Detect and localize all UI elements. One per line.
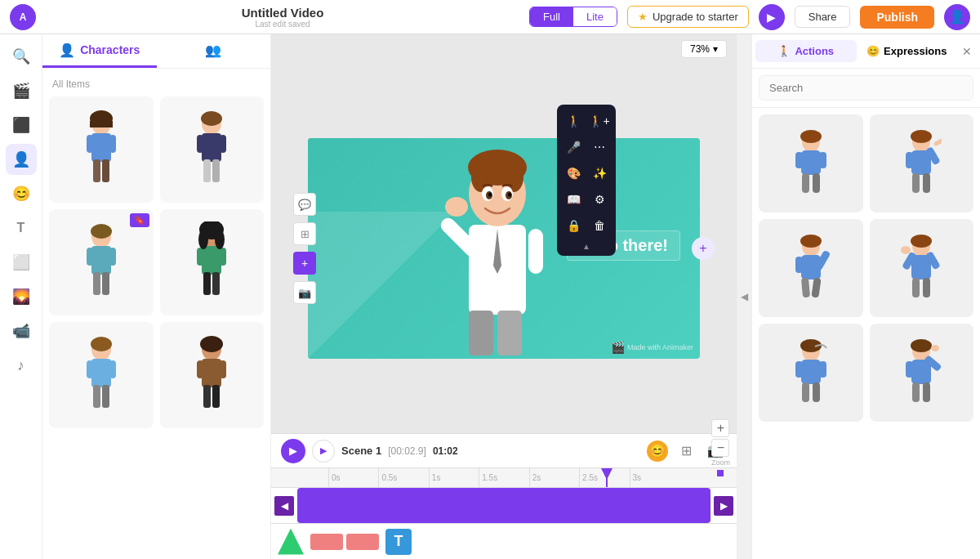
svg-point-85 [800,235,822,248]
canvas-area: 73% ▾ 🚶 🚶+ 🎤 ⋯ 🎨 ✨ 📖 ⚙ 🔒 🗑 ▲ [271,34,737,559]
track-prev-button[interactable]: ◀ [274,496,294,516]
svg-rect-95 [801,360,821,384]
svg-rect-83 [801,277,810,297]
emoji-sidebar-button[interactable]: 😊 [6,178,37,209]
svg-rect-38 [102,385,109,408]
background-sidebar-button[interactable]: ⬛ [6,110,37,141]
scene-play-button[interactable]: ▶ [312,440,335,463]
character-card-2[interactable] [160,96,265,203]
action-card-1[interactable] [759,114,863,212]
character-card-5[interactable] [49,322,154,428]
publish-button[interactable]: Publish [860,6,934,29]
shape-sidebar-button[interactable]: ⬜ [6,247,37,278]
svg-point-77 [911,130,932,143]
right-panel-close-button[interactable]: ✕ [957,42,977,61]
canvas-side-table-button[interactable]: ⊞ [293,222,316,245]
ruler-mark-0.5: 0.5s [378,468,428,488]
character-card-3[interactable]: 🔖 [49,209,154,315]
music-sidebar-button[interactable]: ♪ [6,350,37,381]
lite-view-button[interactable]: Lite [573,7,617,26]
all-items-label: All Items [49,75,264,96]
user-avatar[interactable]: 👤 [944,4,970,30]
zoom-control[interactable]: 73% ▾ [681,40,727,58]
svg-point-63 [508,193,511,197]
timeline-play-button[interactable]: ▶ [281,439,305,463]
track-next-button[interactable]: ▶ [714,496,733,516]
canvas-scene: 💬 llo there! 🎬 Made with Animaker + 💬 ⊞ [308,138,700,359]
character-badge-3: 🔖 [130,213,149,227]
canvas-side-chat-button[interactable]: 💬 [293,193,316,216]
action-settings-icon[interactable]: ⚙ [588,188,611,211]
svg-rect-49 [469,311,493,356]
svg-rect-13 [220,135,226,153]
right-panel-search [752,69,980,108]
full-view-button[interactable]: Full [530,7,573,26]
action-card-6[interactable] [870,324,974,422]
action-mic-icon[interactable]: 🎤 [562,136,585,159]
svg-rect-7 [102,159,109,182]
zoom-out-button[interactable]: − [711,439,729,457]
action-card-2[interactable] [870,114,974,212]
upgrade-button[interactable]: ★ Upgrade to starter [627,6,749,28]
action-nodes-icon[interactable]: ⋯ [588,136,611,159]
svg-rect-3 [91,133,111,162]
timeline-duration: 01:02 [433,445,458,457]
svg-rect-52 [528,229,543,274]
action-card-3[interactable] [759,219,863,317]
timeline-timecode: [00:02.9] [388,445,426,457]
media-sidebar-button[interactable]: 🎬 [6,75,37,106]
action-walk-icon[interactable]: 🚶 [562,110,585,132]
search-input[interactable] [759,75,973,101]
action-book-icon[interactable]: 📖 [562,188,585,211]
action-card-5[interactable] [759,324,863,422]
svg-rect-97 [819,361,826,378]
zoom-value: 73% [690,43,710,55]
preview-play-button[interactable]: ▶ [759,4,785,30]
bar-2 [346,534,379,550]
zoom-chevron-icon: ▾ [713,43,718,55]
canvas-add-button[interactable]: + [692,237,715,260]
bar-pair [310,534,379,550]
svg-rect-34 [91,359,111,387]
action-sparkle-icon[interactable]: ✨ [588,162,611,185]
svg-rect-29 [212,272,220,295]
action-palette-icon[interactable]: 🎨 [562,162,585,185]
character-sidebar-button[interactable]: 👤 [6,144,37,175]
track-lane: ◀ ▶ [271,487,737,523]
text-sidebar-button[interactable]: T [6,212,37,244]
ruler-marks: 0s 0.5s 1s 1.5s 2s 2.5s 3s [328,468,679,488]
title-section: Untitled Video Last edit saved [46,6,519,29]
svg-rect-45 [212,385,220,408]
svg-text:A: A [20,11,27,23]
character-card-6[interactable] [160,322,265,428]
image-sidebar-button[interactable]: 🌄 [6,281,37,312]
action-walk-add-icon[interactable]: 🚶+ [588,110,611,132]
character-card-4[interactable] [160,209,265,315]
action-trash-icon[interactable]: 🗑 [588,214,611,237]
search-sidebar-button[interactable]: 🔍 [6,41,37,72]
expressions-tab-icon: 😊 [866,45,880,57]
action-lock-icon[interactable]: 🔒 [562,214,585,237]
canvas-side-add-button[interactable]: + [293,252,316,275]
ruler-mark-2: 2s [529,468,579,488]
canvas-side-camera-button[interactable]: 📷 [293,281,316,304]
left-sidebar: 🔍 🎬 ⬛ 👤 😊 T ⬜ 🌄 📹 ♪ [0,34,42,559]
character-card-1[interactable] [49,96,154,203]
tab-actions[interactable]: 🚶 Actions [755,40,857,62]
timeline-grid-button[interactable]: ⊞ [675,440,697,463]
panel-collapse[interactable]: ◀ [737,34,751,559]
svg-rect-6 [93,159,100,182]
ruler-mark-1: 1s [429,468,479,488]
share-button[interactable]: Share [795,6,851,28]
tab-people[interactable]: 👥 [157,34,271,68]
action-card-4[interactable] [870,219,974,317]
tab-characters[interactable]: 👤 Characters [42,34,157,68]
zoom-in-button[interactable]: + [711,419,729,437]
svg-rect-9 [90,121,113,127]
svg-rect-99 [813,382,820,402]
text-tool-button[interactable]: T [385,529,412,555]
video-sidebar-button[interactable]: 📹 [6,315,37,347]
svg-point-39 [91,337,112,351]
canvas-character[interactable] [432,135,563,359]
tab-expressions[interactable]: 😊 Expressions [857,40,958,62]
